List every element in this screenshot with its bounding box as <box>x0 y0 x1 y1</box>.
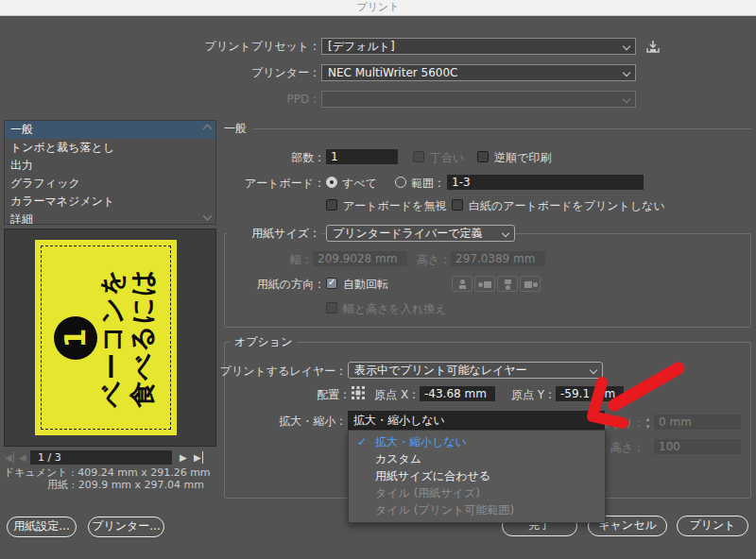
print-preview-panel: 1 ベーコンを 食べるには <box>4 229 216 447</box>
artboard-number-badge: 1 <box>54 316 97 360</box>
printer-dropdown[interactable]: NEC MultiWriter 5600C <box>321 64 636 81</box>
dialog-title: プリント <box>0 0 756 16</box>
origin-y-label: 原点 Y : <box>457 387 552 402</box>
origin-y-input[interactable]: -59.1 mm <box>556 386 624 401</box>
copies-input[interactable]: 1 <box>326 149 398 164</box>
scale-dropdown-menu: ✓ 拡大・縮小しない カスタム 用紙サイズに合わせる タイル (用紙サイズ) タ… <box>348 430 606 523</box>
preset-dropdown[interactable]: [デフォルト] <box>321 38 636 55</box>
section-divider <box>253 128 751 129</box>
options-section-title: オプション <box>230 334 297 349</box>
skip-blank-label: 白紙のアートボードをプリントしない <box>469 198 665 213</box>
chevron-down-icon <box>590 366 597 374</box>
menu-item-custom[interactable]: カスタム <box>349 450 605 467</box>
transverse-checkbox <box>326 302 337 313</box>
menu-item-tile-imageable-areas: タイル (プリント可能範囲) <box>349 501 605 518</box>
orientation-landscape-left-button <box>474 276 495 292</box>
artboard-text-line: 食べるには <box>129 268 158 408</box>
paper-size-dropdown[interactable]: プリンタードライバーで定義 <box>326 225 515 242</box>
settings-category-list: 一般 トンボと裁ち落とし 出力 グラフィック カラーマネジメント 詳細 <box>4 120 216 225</box>
menu-item-tile-full-pages: タイル (用紙サイズ) <box>349 484 605 501</box>
sidebar-item-advanced[interactable]: 詳細 <box>5 211 215 225</box>
chevron-down-icon <box>623 42 630 50</box>
copies-label: 部数 : <box>189 150 321 165</box>
ignore-artboards-label: アートボードを無視 <box>343 198 446 213</box>
paper-height-field: 297.0389 mm <box>451 251 545 266</box>
ppd-dropdown <box>321 91 636 108</box>
auto-rotate-label: 自動回転 <box>343 277 388 292</box>
skip-blank-checkbox[interactable] <box>452 199 463 211</box>
printer-label: プリンター : <box>0 65 317 80</box>
print-layers-value: 表示中でプリント可能なレイヤー <box>354 364 527 377</box>
check-icon: ✓ <box>357 433 367 450</box>
orientation-label: 用紙の方向 : <box>189 277 321 292</box>
menu-item-do-not-scale[interactable]: ✓ 拡大・縮小しない <box>349 433 605 450</box>
scale-dropdown[interactable]: 拡大・縮小しない <box>348 411 605 430</box>
paper-width-label: 幅 : <box>227 252 309 267</box>
origin-x-label: 原点 X : <box>321 387 416 402</box>
print-layers-label: プリントするレイヤー : <box>151 364 343 379</box>
auto-rotate-checkbox[interactable] <box>326 278 337 289</box>
printer-button[interactable]: プリンター... <box>88 517 164 537</box>
paper-size-value: プリンタードライバーで定義 <box>333 227 483 240</box>
reverse-order-checkbox[interactable] <box>477 151 489 162</box>
reverse-order-label: 逆順で印刷 <box>494 150 551 165</box>
ignore-artboards-checkbox[interactable] <box>326 199 337 211</box>
page-setup-button[interactable]: 用紙設定... <box>7 517 77 537</box>
orientation-portrait-up-button <box>452 276 472 292</box>
paper-size-info: 用紙 : 209.9 mm x 297.04 mm <box>4 479 204 491</box>
print-dialog: プリント プリントプリセット : [デフォルト] プリンター : NEC Mul… <box>0 0 756 559</box>
transverse-label: 幅と高さを入れ換え <box>343 301 446 316</box>
sidebar-item-graphics[interactable]: グラフィック <box>5 175 215 193</box>
sidebar-item-color-management[interactable]: カラーマネジメント <box>5 193 215 211</box>
artboard-range-radio[interactable] <box>395 177 406 188</box>
scale-height-field: 100 <box>654 439 741 454</box>
orientation-landscape-right-button <box>520 276 541 292</box>
chevron-down-icon <box>623 95 630 103</box>
last-page-icon[interactable]: ▶ <box>194 451 203 464</box>
artboard-preview[interactable]: 1 ベーコンを 食べるには <box>35 240 177 435</box>
first-page-icon: ◀ <box>5 451 14 464</box>
artboard-range-input[interactable]: 1-3 <box>447 175 644 190</box>
orientation-portrait-down-button <box>497 276 518 292</box>
artboard-art: 1 ベーコンを 食べるには <box>39 244 173 432</box>
artboard-all-radio[interactable] <box>326 177 337 188</box>
artboard-label: アートボード : <box>189 176 321 191</box>
overlap-field: 0 mm <box>654 415 741 430</box>
document-size-info: ドキュメント : 409.24 mm x 291.26 mm <box>4 466 204 479</box>
prev-page-icon: ◀ <box>19 451 26 464</box>
save-preset-icon[interactable] <box>645 39 661 54</box>
paper-size-label: 用紙サイズ : <box>227 226 321 241</box>
artboard-text-line: ベーコンを <box>98 268 128 408</box>
artboard-range-label: 範囲 : <box>411 176 441 191</box>
print-layers-dropdown[interactable]: 表示中でプリント可能なレイヤー <box>348 362 603 379</box>
chevron-down-icon <box>623 69 630 76</box>
sidebar-item-general[interactable]: 一般 <box>5 121 215 139</box>
sidebar-item-marks-bleed[interactable]: トンボと裁ち落とし <box>5 139 215 157</box>
preset-label: プリントプリセット : <box>0 39 317 54</box>
chevron-down-icon <box>502 229 509 237</box>
scale-label: 拡大・縮小 : <box>227 414 343 429</box>
artboard-all-label: すべて <box>342 176 377 191</box>
print-button[interactable]: プリント <box>677 516 748 536</box>
paper-height-label: 高さ : <box>378 252 447 267</box>
printer-value: NEC MultiWriter 5600C <box>328 66 457 79</box>
preset-value: [デフォルト] <box>328 40 395 53</box>
next-page-icon[interactable]: ▶ <box>180 451 187 464</box>
page-number-field[interactable]: 1 / 3 <box>30 450 172 465</box>
collate-label: 丁合い <box>430 150 464 165</box>
sidebar-item-output[interactable]: 出力 <box>5 157 215 175</box>
menu-item-fit-to-page[interactable]: 用紙サイズに合わせる <box>349 467 605 484</box>
collate-checkbox <box>413 151 424 162</box>
stepper-icon: ▴▾ <box>644 415 652 431</box>
ppd-label: PPD : <box>0 92 317 107</box>
general-section-title: 一般 <box>224 121 247 136</box>
